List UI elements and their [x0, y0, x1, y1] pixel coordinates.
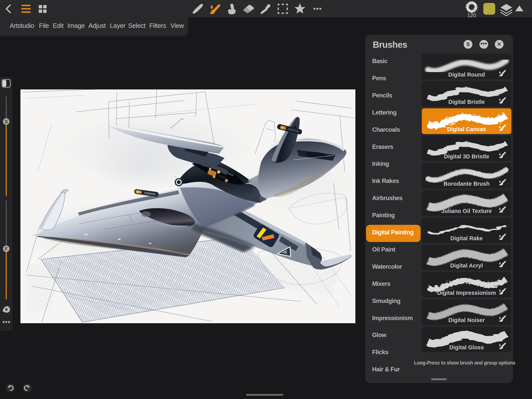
svg-text:120: 120 [467, 13, 476, 18]
svg-text:S: S [5, 119, 8, 124]
svg-text:F: F [5, 246, 8, 251]
